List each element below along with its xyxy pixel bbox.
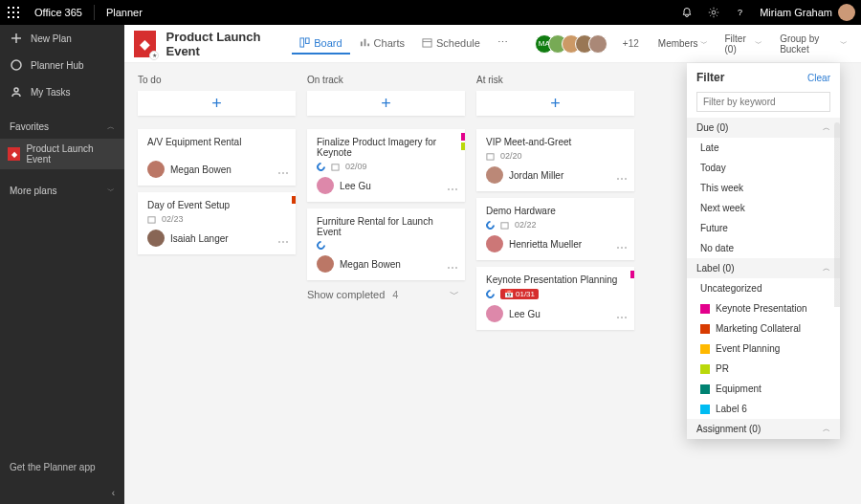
add-task-button[interactable]: + (138, 91, 296, 116)
members-dropdown[interactable]: Members﹀ (654, 38, 712, 49)
current-user[interactable]: Miriam Graham (754, 4, 861, 21)
card-more-icon[interactable]: ⋯ (277, 166, 290, 180)
filter-option-today[interactable]: Today (687, 158, 840, 178)
chevron-up-icon: ︿ (823, 424, 830, 434)
svg-rect-19 (501, 222, 508, 228)
assignee-name: Megan Bowen (170, 164, 232, 175)
card-more-icon[interactable]: ⋯ (616, 241, 629, 254)
calendar-icon (147, 215, 156, 224)
task-card[interactable]: VIP Meet-and-Greet 02/20 Jordan Miller ⋯ (476, 129, 634, 191)
svg-rect-3 (8, 11, 10, 13)
svg-rect-2 (17, 7, 19, 9)
chevron-up-icon: ︿ (823, 122, 830, 133)
more-tabs-button[interactable]: ⋯ (490, 33, 516, 55)
filter-option-label1[interactable]: Keynote Presentation (687, 298, 840, 318)
more-plans-header[interactable]: More plans ﹀ (0, 179, 124, 203)
get-app-link[interactable]: Get the Planner app (0, 452, 124, 482)
app-launcher[interactable] (0, 0, 27, 25)
filter-option-late[interactable]: Late (687, 138, 840, 158)
filter-option-uncategorized[interactable]: Uncategorized (687, 278, 840, 298)
planner-hub-link[interactable]: Planner Hub (0, 52, 124, 78)
svg-point-11 (11, 60, 21, 70)
task-date: 02/20 (500, 151, 522, 161)
settings-icon[interactable] (700, 7, 727, 18)
calendar-icon (486, 152, 495, 161)
card-more-icon[interactable]: ⋯ (277, 235, 290, 249)
new-plan-button[interactable]: New Plan (0, 25, 124, 52)
filter-option-future[interactable]: Future (687, 218, 840, 238)
bucket-title: To do (138, 75, 296, 85)
task-card[interactable]: A/V Equipment Rental Megan Bowen ⋯ (138, 129, 296, 186)
tab-charts[interactable]: Charts (352, 33, 412, 55)
bucket-todo: To do + A/V Equipment Rental Megan Bowen… (138, 75, 296, 493)
add-task-button[interactable]: + (307, 91, 465, 116)
task-card[interactable]: Demo Hardware 02/22 Henrietta Mueller ⋯ (476, 198, 634, 260)
plan-badge[interactable]: ◆ ★ (134, 31, 156, 57)
brand-office365[interactable]: Office 365 (27, 7, 90, 18)
svg-rect-17 (332, 164, 339, 169)
user-avatar (838, 4, 855, 21)
show-completed-toggle[interactable]: Show completed 4 ﹀ (307, 288, 465, 301)
favorite-star-icon[interactable]: ★ (149, 51, 159, 60)
plan-badge-icon: ◆ (140, 36, 150, 52)
filter-option-label6[interactable]: Label 6 (687, 399, 840, 419)
group-by-dropdown[interactable]: Group by Bucket﹀ (776, 33, 851, 55)
assignee-avatar (147, 161, 165, 178)
filter-clear-button[interactable]: Clear (807, 73, 830, 83)
charts-icon (360, 37, 370, 48)
filter-option-label3[interactable]: Event Planning (687, 339, 840, 359)
bucket-ontrack: On track + Finalize Product Imagery for … (307, 75, 465, 493)
scrollbar[interactable] (834, 122, 840, 429)
task-card[interactable]: Day of Event Setup 02/23 Isaiah Langer ⋯ (138, 192, 296, 254)
chevron-down-icon: ﹀ (107, 186, 115, 196)
progress-icon (315, 161, 327, 173)
card-label-stripe (461, 133, 465, 152)
filter-option-next-week[interactable]: Next week (687, 198, 840, 218)
svg-point-12 (14, 88, 18, 92)
filter-option-label5[interactable]: Equipment (687, 379, 840, 399)
help-icon[interactable]: ? (727, 7, 754, 18)
favorites-header[interactable]: Favorites ︿ (0, 115, 124, 139)
chevron-up-icon: ︿ (823, 263, 830, 274)
tab-schedule[interactable]: Schedule (414, 33, 488, 55)
filter-option-label4[interactable]: PR (687, 359, 840, 379)
task-card[interactable]: Finalize Product Imagery for Keynote 02/… (307, 129, 465, 202)
filter-dropdown[interactable]: Filter (0)﹀ (721, 33, 767, 55)
card-more-icon[interactable]: ⋯ (447, 183, 459, 196)
task-date: 02/09 (345, 162, 367, 171)
card-more-icon[interactable]: ⋯ (447, 261, 459, 274)
svg-rect-0 (8, 7, 10, 9)
task-card[interactable]: Keynote Presentation Planning 📅 01/31 Le… (476, 267, 634, 330)
label-swatch (700, 364, 710, 374)
filter-section-due[interactable]: Due (0) ︿ (687, 118, 840, 138)
filter-option-label2[interactable]: Marketing Collateral (687, 318, 840, 339)
assignee-name: Lee Gu (340, 181, 371, 191)
filter-keyword-input[interactable] (696, 92, 830, 112)
assignee-avatar (147, 230, 165, 247)
card-label-stripe (292, 196, 296, 206)
add-task-button[interactable]: + (476, 91, 634, 116)
member-avatars[interactable]: MA (535, 34, 607, 54)
app-name-planner[interactable]: Planner (99, 7, 150, 18)
task-card[interactable]: Furniture Rental for Launch Event Megan … (307, 208, 465, 280)
favorite-plan-item[interactable]: ◆ Product Launch Event (0, 139, 124, 169)
filter-option-this-week[interactable]: This week (687, 178, 840, 198)
label-swatch (700, 384, 710, 394)
my-tasks-link[interactable]: My Tasks (0, 78, 124, 105)
svg-rect-18 (487, 153, 494, 159)
tab-board[interactable]: Board (292, 33, 349, 55)
task-title: VIP Meet-and-Greet (486, 137, 625, 147)
label-swatch (700, 304, 710, 314)
card-more-icon[interactable]: ⋯ (616, 172, 629, 186)
svg-rect-15 (423, 39, 431, 47)
collapse-sidebar-button[interactable]: ‹ (0, 482, 124, 504)
plan-title: Product Launch Event (166, 30, 276, 58)
board-icon (299, 37, 310, 48)
filter-section-assignment[interactable]: Assignment (0) ︿ (687, 419, 840, 439)
filter-option-no-date[interactable]: No date (687, 238, 840, 258)
task-date: 02/22 (515, 220, 537, 230)
card-more-icon[interactable]: ⋯ (616, 311, 629, 324)
calendar-icon (500, 221, 509, 230)
filter-section-label[interactable]: Label (0) ︿ (687, 258, 840, 278)
notifications-icon[interactable] (673, 7, 700, 18)
